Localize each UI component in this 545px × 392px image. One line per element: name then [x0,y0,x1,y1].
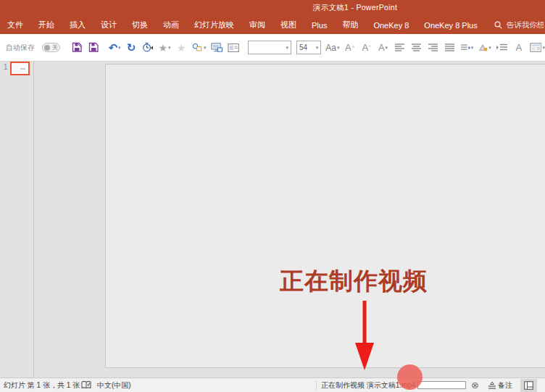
autosave-toggle[interactable]: 关 [42,43,60,52]
making-video-annotation: 正在制作视频 [280,265,428,298]
slide-thumbnail[interactable] [10,62,30,75]
favorites-button-disabled[interactable]: ★ [175,38,187,57]
rehearse-timings-icon [142,42,154,53]
shrink-font-icon: A [362,43,369,52]
tab-onekey8[interactable]: OneKey 8 [373,21,409,30]
quick-access-toolbar: 自动保存 关 ↶ ▾ ↻ ★ [0,34,545,62]
tab-plus[interactable]: Plus [312,21,327,30]
notes-icon [488,381,496,390]
autosave-state: 关 [52,45,58,51]
align-center-button[interactable] [411,38,423,57]
tab-slideshow[interactable]: 幻灯片放映 [194,20,234,30]
rehearse-timings-button[interactable] [142,38,154,57]
window-title: 演示文稿1 - PowerPoint [313,3,397,13]
slide-canvas[interactable] [105,64,545,368]
tab-review[interactable]: 审阅 [249,20,265,30]
tab-view[interactable]: 视图 [280,20,296,30]
down-arrow-annotation-icon [354,301,375,372]
slide-layout-button[interactable]: ▾ [530,38,545,57]
tab-home[interactable]: 开始 [38,20,54,30]
font-size-caret-icon: ▾ [316,45,319,50]
change-case-button[interactable]: Aa ▾ [326,38,338,57]
normal-view-icon [524,381,533,390]
grow-mark-icon: ^ [352,45,354,50]
statusbar-separator [316,380,317,390]
save-icon [88,42,99,53]
shape-effects-caret-icon: ▾ [488,45,491,50]
notes-toggle-button[interactable] [488,378,496,392]
thumbnail-placeholder-mark [20,68,25,70]
tab-onekey8plus[interactable]: OneKey 8 Plus [424,21,477,30]
monitor-icon [211,42,222,53]
character-button[interactable]: A [513,38,525,57]
shape-effects-icon [478,43,488,52]
font-color-icon: A [378,43,385,52]
font-color-button[interactable]: A ▾ [378,38,389,57]
redo-button[interactable]: ↻ [125,38,137,57]
undo-icon: ↶ [108,42,117,53]
tab-insert[interactable]: 插入 [70,20,86,30]
change-case-icon: Aa [325,43,336,52]
justify-icon [445,43,454,51]
font-color-caret-icon: ▾ [386,45,388,50]
shrink-font-button[interactable]: A ˇ [361,38,373,57]
align-right-icon [428,43,438,51]
cancel-export-button[interactable]: ⊗ [471,378,479,392]
notes-label[interactable]: 备注 [498,378,512,392]
save-button[interactable] [88,38,99,57]
star-icon: ★ [158,43,167,53]
slide-layout-card-button[interactable] [228,38,239,57]
slide-info: 幻灯片 第 1 张，共 1 张 [4,378,80,392]
spell-check-icon [81,380,91,390]
panel-divider[interactable] [33,62,34,378]
align-center-icon [412,43,421,51]
align-right-button[interactable] [428,38,439,57]
tab-file[interactable]: 文件 [7,20,23,30]
grow-font-button[interactable]: A ^ [344,38,356,57]
font-name-caret-icon: ▾ [286,45,289,50]
titlebar: 演示文稿1 - PowerPoint [0,0,545,16]
undo-button[interactable]: ↶ ▾ [109,38,120,57]
ribbon-tabbar: 文件 开始 插入 设计 切换 动画 幻灯片放映 审阅 视图 Plus 帮助 On… [0,16,545,34]
tab-help[interactable]: 帮助 [342,20,358,30]
star-dropdown-caret-icon: ▾ [168,45,171,50]
present-online-button[interactable] [211,38,222,57]
tab-design[interactable]: 设计 [101,20,117,30]
save-as-button[interactable] [71,38,83,57]
slide-layout-icon [530,42,542,53]
grow-font-icon: A [345,43,351,52]
character-icon: A [515,43,522,52]
search-icon [494,21,502,29]
shapes-dropdown-caret-icon: ▾ [204,45,207,50]
align-left-icon [395,43,404,51]
align-left-button[interactable] [394,38,406,57]
slide-number: 1 [4,63,8,71]
tell-me-search[interactable]: 告诉我你想要做什么 [494,20,545,30]
change-case-caret-icon: ▾ [337,45,340,50]
workspace: 1 正在制作视频 [0,62,545,378]
slide-layout-caret-icon: ▾ [542,45,545,50]
shapes-button[interactable]: ▾ [192,38,206,57]
tell-me-label: 告诉我你想要做什么 [507,20,545,30]
indent-button[interactable] [496,38,508,57]
star-disabled-icon: ★ [177,43,186,53]
justify-button[interactable] [444,38,456,57]
shapes-icon [192,42,203,53]
spell-check-button[interactable] [81,378,91,392]
list-level-icon [461,43,470,52]
font-name-combobox[interactable]: ▾ [248,41,291,54]
font-size-combobox[interactable]: 54 ▾ [296,41,321,54]
tab-transitions[interactable]: 切换 [132,20,148,30]
autosave-label: 自动保存 [6,43,35,53]
list-level-button[interactable]: ▾ [461,38,474,57]
favorites-button[interactable]: ★ ▾ [159,38,170,57]
normal-view-button[interactable] [520,379,537,392]
toggle-knob-icon [44,45,50,51]
tab-animations[interactable]: 动画 [163,20,179,30]
card-icon [228,43,239,53]
language-status[interactable]: 中文(中国) [97,378,131,392]
list-level-caret-icon: ▾ [471,45,474,50]
shape-effects-button[interactable]: ▾ [478,38,491,57]
statusbar: 幻灯片 第 1 张，共 1 张 中文(中国) 正在制作视频 演示文稿1.mp4 … [0,378,545,392]
video-export-status: 正在制作视频 演示文稿1.mp4 [321,378,416,392]
